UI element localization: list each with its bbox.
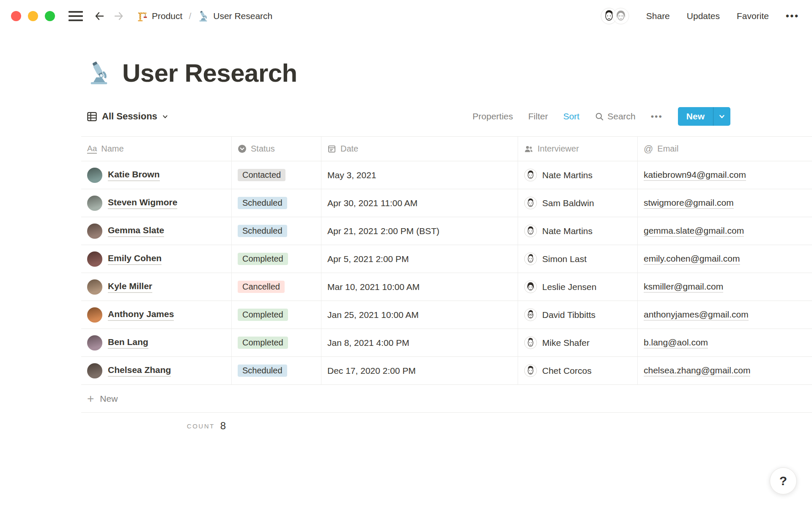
name-cell[interactable]: Katie Brown bbox=[81, 161, 232, 189]
interviewer-avatar bbox=[524, 252, 537, 265]
status-cell[interactable]: Scheduled bbox=[232, 357, 321, 384]
search-button[interactable]: Search bbox=[595, 111, 636, 121]
email-link[interactable]: ksmiller@gmail.com bbox=[644, 282, 723, 293]
interviewer-cell[interactable]: Nate Martins bbox=[518, 161, 638, 189]
email-cell[interactable]: stwigmore@gmail.com bbox=[638, 189, 812, 217]
column-header-name[interactable]: Aa Name bbox=[81, 137, 232, 161]
status-cell[interactable]: Scheduled bbox=[232, 217, 321, 245]
interviewer-name: Mike Shafer bbox=[542, 338, 590, 348]
date-cell[interactable]: Dec 17, 2020 2:00 PM bbox=[321, 357, 518, 384]
column-summary[interactable]: COUNT 8 bbox=[81, 413, 232, 439]
email-cell[interactable]: anthonyjames@gmail.com bbox=[638, 301, 812, 329]
page-title[interactable]: User Research bbox=[122, 58, 297, 88]
date-cell[interactable]: Apr 21, 2021 2:00 PM (BST) bbox=[321, 217, 518, 245]
status-badge: Completed bbox=[238, 253, 288, 265]
person-name-link[interactable]: Steven Wigmore bbox=[108, 197, 177, 209]
person-name-link[interactable]: Gemma Slate bbox=[108, 225, 164, 237]
date-cell[interactable]: Jan 25, 2021 10:00 AM bbox=[321, 301, 518, 329]
email-link[interactable]: anthonyjames@gmail.com bbox=[644, 309, 749, 320]
interviewer-avatar bbox=[524, 224, 537, 237]
date-cell[interactable]: Apr 5, 2021 2:00 PM bbox=[321, 245, 518, 273]
interviewer-cell[interactable]: Leslie Jensen bbox=[518, 273, 638, 301]
email-link[interactable]: gemma.slate@gmail.com bbox=[644, 226, 744, 237]
date-value: May 3, 2021 bbox=[327, 170, 376, 180]
email-cell[interactable]: emily.cohen@gmail.com bbox=[638, 245, 812, 273]
view-more-options-icon[interactable]: ••• bbox=[651, 111, 663, 121]
email-link[interactable]: emily.cohen@gmail.com bbox=[644, 254, 740, 265]
name-cell[interactable]: Ben Lang bbox=[81, 329, 232, 356]
email-link[interactable]: b.lang@aol.com bbox=[644, 337, 708, 348]
name-cell[interactable]: Emily Cohen bbox=[81, 245, 232, 273]
new-button-dropdown[interactable] bbox=[713, 107, 730, 126]
email-cell[interactable]: ksmiller@gmail.com bbox=[638, 273, 812, 301]
table-row: Chelsea Zhang Scheduled Dec 17, 2020 2:0… bbox=[81, 357, 812, 385]
text-property-icon: Aa bbox=[87, 144, 97, 154]
email-link[interactable]: chelsea.zhang@gmail.com bbox=[644, 365, 750, 376]
person-name-link[interactable]: Chelsea Zhang bbox=[108, 364, 171, 376]
date-cell[interactable]: Jan 8, 2021 4:00 PM bbox=[321, 329, 518, 356]
column-header-email[interactable]: @ Email bbox=[638, 137, 812, 161]
breadcrumb-page[interactable]: User Research bbox=[198, 11, 272, 22]
updates-button[interactable]: Updates bbox=[687, 11, 720, 21]
name-cell[interactable]: Chelsea Zhang bbox=[81, 357, 232, 384]
status-cell[interactable]: Completed bbox=[232, 301, 321, 329]
share-button[interactable]: Share bbox=[646, 11, 670, 21]
status-cell[interactable]: Contacted bbox=[232, 161, 321, 189]
person-property-icon bbox=[524, 144, 533, 154]
help-button[interactable]: ? bbox=[770, 467, 797, 494]
interviewer-cell[interactable]: Nate Martins bbox=[518, 217, 638, 245]
page-icon-microscope[interactable] bbox=[87, 61, 111, 86]
forward-arrow-icon[interactable] bbox=[112, 10, 125, 22]
properties-button[interactable]: Properties bbox=[472, 111, 513, 121]
interviewer-cell[interactable]: Sam Baldwin bbox=[518, 189, 638, 217]
filter-button[interactable]: Filter bbox=[528, 111, 548, 121]
date-cell[interactable]: May 3, 2021 bbox=[321, 161, 518, 189]
person-name-link[interactable]: Emily Cohen bbox=[108, 253, 162, 265]
column-header-date[interactable]: Date bbox=[321, 137, 518, 161]
interviewer-cell[interactable]: David Tibbitts bbox=[518, 301, 638, 329]
date-cell[interactable]: Apr 30, 2021 11:00 AM bbox=[321, 189, 518, 217]
add-row-button[interactable]: + New bbox=[81, 385, 812, 413]
column-header-interviewer[interactable]: Interviewer bbox=[518, 137, 638, 161]
interviewer-cell[interactable]: Mike Shafer bbox=[518, 329, 638, 356]
breadcrumb-product[interactable]: Product bbox=[136, 11, 182, 22]
back-arrow-icon[interactable] bbox=[93, 10, 106, 22]
interviewer-avatar bbox=[524, 280, 537, 293]
name-cell[interactable]: Gemma Slate bbox=[81, 217, 232, 245]
name-cell[interactable]: Kyle Miller bbox=[81, 273, 232, 301]
email-cell[interactable]: katiebrown94@gmail.com bbox=[638, 161, 812, 189]
column-header-status[interactable]: Status bbox=[232, 137, 321, 161]
date-cell[interactable]: Mar 10, 2021 10:00 AM bbox=[321, 273, 518, 301]
favorite-button[interactable]: Favorite bbox=[737, 11, 769, 21]
zoom-window-button[interactable] bbox=[45, 11, 55, 21]
collaborator-avatars[interactable] bbox=[601, 8, 629, 25]
person-name-link[interactable]: Katie Brown bbox=[108, 169, 160, 181]
status-cell[interactable]: Scheduled bbox=[232, 189, 321, 217]
name-cell[interactable]: Steven Wigmore bbox=[81, 189, 232, 217]
person-name-link[interactable]: Anthony James bbox=[108, 309, 174, 320]
status-cell[interactable]: Completed bbox=[232, 329, 321, 356]
email-cell[interactable]: gemma.slate@gmail.com bbox=[638, 217, 812, 245]
person-photo-avatar bbox=[87, 196, 102, 211]
interviewer-cell[interactable]: Chet Corcos bbox=[518, 357, 638, 384]
status-cell[interactable]: Cancelled bbox=[232, 273, 321, 301]
more-options-icon[interactable]: ••• bbox=[786, 11, 799, 22]
email-link[interactable]: katiebrown94@gmail.com bbox=[644, 170, 746, 181]
name-cell[interactable]: Anthony James bbox=[81, 301, 232, 329]
view-selector[interactable]: All Sessions bbox=[87, 111, 168, 122]
close-window-button[interactable] bbox=[11, 11, 21, 21]
status-cell[interactable]: Completed bbox=[232, 245, 321, 273]
sort-button[interactable]: Sort bbox=[563, 111, 580, 121]
person-name-link[interactable]: Kyle Miller bbox=[108, 281, 152, 293]
email-cell[interactable]: b.lang@aol.com bbox=[638, 329, 812, 356]
table-row: Ben Lang Completed Jan 8, 2021 4:00 PM M… bbox=[81, 329, 812, 357]
sidebar-menu-icon[interactable] bbox=[69, 9, 83, 23]
construction-crane-icon bbox=[136, 11, 148, 22]
person-name-link[interactable]: Ben Lang bbox=[108, 337, 148, 348]
new-record-button[interactable]: New bbox=[678, 107, 730, 126]
email-link[interactable]: stwigmore@gmail.com bbox=[644, 198, 734, 209]
email-cell[interactable]: chelsea.zhang@gmail.com bbox=[638, 357, 812, 384]
interviewer-cell[interactable]: Simon Last bbox=[518, 245, 638, 273]
breadcrumb-separator: / bbox=[189, 11, 191, 21]
minimize-window-button[interactable] bbox=[28, 11, 38, 21]
